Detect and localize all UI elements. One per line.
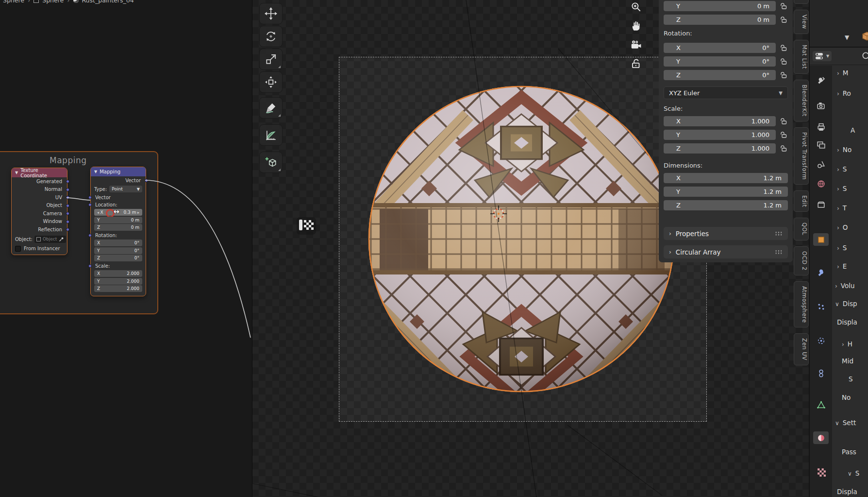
sphere-object[interactable] [361,79,682,399]
from-instancer-checkbox[interactable] [15,246,21,252]
location-x-field[interactable]: ◂ X 0.3 m ▸ ↔ [94,209,142,216]
panel-label[interactable]: ›S [837,165,847,173]
node-header[interactable]: ▼ Mapping [91,167,146,176]
render-slot-icon[interactable] [297,217,316,235]
output-generated[interactable]: Generated [12,177,67,186]
socket-icon[interactable] [66,204,69,207]
texture-tab-icon[interactable] [813,465,829,478]
dimensions-x-field[interactable]: X1.2 m [664,173,788,183]
tab-atmosphere[interactable]: Atmosphere [794,281,809,328]
unlock-icon[interactable] [779,44,788,51]
rotation-mode-dropdown[interactable]: XYZ Euler ▼ [664,86,788,99]
object-data-tab-icon[interactable] [813,398,829,411]
panel-label[interactable]: ›Ro [837,89,851,97]
tab-zen-uv[interactable]: Zen UV [794,333,809,365]
object-tab-icon[interactable] [813,233,829,246]
dimensions-z-field[interactable]: Z1.2 m [664,200,788,210]
render-tab-icon[interactable] [813,99,829,112]
socket-icon[interactable] [66,188,69,191]
pan-hand-icon[interactable] [630,20,642,32]
panel-label[interactable]: ∨Sett [835,419,856,427]
type-dropdown[interactable]: Point ▼ [109,186,142,192]
panel-label[interactable]: ›H [842,340,852,348]
eyedropper-icon[interactable] [59,237,64,242]
socket-icon[interactable] [66,228,69,231]
socket-icon[interactable] [88,196,92,199]
modifiers-tab-icon[interactable] [813,266,829,279]
properties-panel-header[interactable]: › Properties [664,227,788,240]
rotation-x-field[interactable]: X0° [664,43,776,53]
unlock-icon[interactable] [779,58,788,65]
tab-qol[interactable]: QOL [794,218,809,240]
unlock-icon[interactable] [779,145,788,152]
output-tab-icon[interactable] [813,120,829,133]
object-picker-field[interactable]: Object [34,236,66,243]
tab-view[interactable]: View [794,10,809,34]
chevron-down-icon[interactable]: ▼ [15,171,18,175]
output-uv[interactable]: UV [12,193,67,202]
circular-array-panel-header[interactable]: › Circular Array [664,245,788,258]
tab-pivot-transform[interactable]: Pivot Transform [794,127,809,185]
panel-label[interactable]: ›S [837,244,847,252]
increment-arrow-icon[interactable]: ▸ [136,210,139,215]
panel-label[interactable]: ∨Disp [835,300,857,308]
scale-tool-button[interactable] [259,49,283,70]
scale-y-field[interactable]: Y2.000 [94,278,142,285]
move-tool-button[interactable] [259,3,283,24]
socket-icon[interactable] [145,179,148,182]
node-header[interactable]: ▼ Texture Coordinate [12,168,67,177]
physics-tab-icon[interactable] [813,334,829,347]
rotate-tool-button[interactable] [259,26,283,47]
output-vector[interactable]: Vector [91,176,146,185]
lock-icon[interactable] [630,58,642,69]
socket-icon[interactable] [66,196,69,199]
chevron-down-icon[interactable]: ▼ [845,34,849,41]
output-reflection[interactable]: Reflection [12,225,67,234]
add-cube-tool-button[interactable] [259,152,283,173]
scene-tab-icon[interactable] [813,158,829,171]
tab-blenderkit[interactable]: BlenderKit [794,80,809,121]
input-vector[interactable]: Vector [91,194,146,201]
unlock-icon[interactable] [779,131,788,138]
scale-y-field[interactable]: Y1.000 [664,130,776,140]
shader-node-editor[interactable]: Sphere › Sphere › Rust_painters_04 Mappi… [0,0,252,497]
socket-icon[interactable] [66,212,69,215]
scale-z-field[interactable]: Z1.000 [664,143,776,154]
socket-icon[interactable] [88,264,92,268]
rotation-x-field[interactable]: X0° [94,240,142,246]
material-tab-icon[interactable] [813,431,829,444]
panel-label[interactable]: ∨S [848,469,859,477]
unlock-icon[interactable] [779,71,788,79]
rotation-y-field[interactable]: Y0° [664,56,776,67]
tab-partial[interactable] [794,0,809,4]
search-icon[interactable] [861,51,868,64]
tab-edit[interactable]: Edit [794,190,809,212]
unlock-icon[interactable] [779,118,788,125]
rotation-z-field[interactable]: Z0° [664,70,776,80]
output-object[interactable]: Object [12,202,67,210]
location-z-field[interactable]: Z0 m [664,15,776,25]
scale-z-field[interactable]: Z2.000 [94,285,142,292]
panel-label[interactable]: ›M [837,69,848,77]
unlock-icon[interactable] [779,16,788,23]
location-y-field[interactable]: Y0 m [94,217,142,223]
collection-tab-icon[interactable] [813,198,829,211]
tab-mat-list[interactable]: Mat List [794,40,809,74]
editor-type-selector[interactable]: ▼ [813,51,832,61]
chevron-down-icon[interactable]: ▼ [94,170,97,174]
transform-tool-button[interactable] [259,71,283,93]
camera-view-icon[interactable] [630,39,642,51]
grip-handle-icon[interactable] [775,250,783,255]
grip-handle-icon[interactable] [775,231,783,236]
measure-tool-button[interactable] [259,124,283,146]
constraints-tab-icon[interactable] [813,367,829,379]
annotate-tool-button[interactable] [259,97,283,119]
rotation-y-field[interactable]: Y0° [94,247,142,254]
output-camera[interactable]: Camera [12,209,67,218]
world-tab-icon[interactable] [813,177,829,190]
scale-x-field[interactable]: X1.000 [664,116,776,126]
socket-icon[interactable] [88,234,92,237]
socket-icon[interactable] [88,203,92,206]
zoom-icon[interactable] [630,1,642,13]
location-z-field[interactable]: Z0 m [94,224,142,231]
